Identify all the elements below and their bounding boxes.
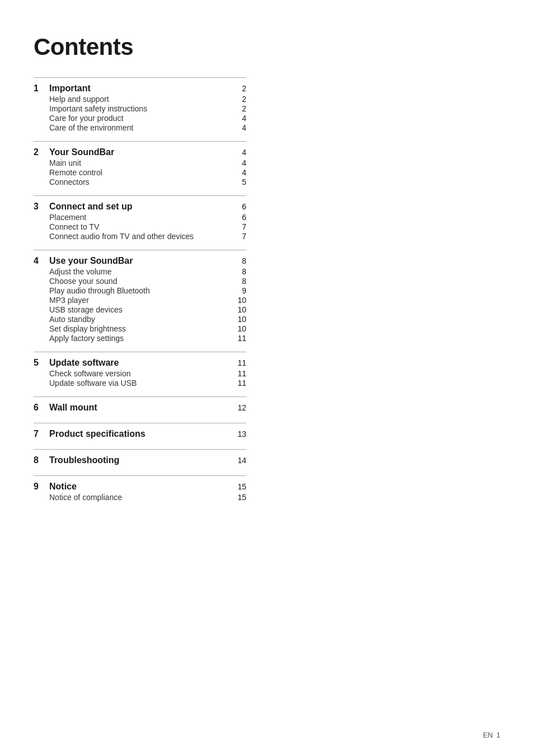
footer-page-number: 1 bbox=[496, 731, 500, 739]
toc-main-left-8: 8Troubleshooting bbox=[34, 455, 119, 465]
toc-sub-title-5-0: Check software version bbox=[49, 369, 131, 378]
toc-sub-title-4-5: Auto standby bbox=[49, 315, 95, 324]
toc-sub-title-4-2: Play audio through Bluetooth bbox=[49, 286, 150, 295]
toc-sub-row-2-1: Remote control4 bbox=[34, 168, 246, 177]
toc-main-row-9: 9Notice15 bbox=[34, 482, 246, 492]
page: Contents 1Important2Help and support2Imp… bbox=[0, 0, 534, 756]
toc-sub-row-4-3: MP3 player10 bbox=[34, 296, 246, 305]
footer-lang: EN bbox=[483, 731, 493, 739]
toc-sub-row-3-1: Connect to TV7 bbox=[34, 222, 246, 231]
toc-title-9: Notice bbox=[49, 482, 77, 492]
toc-number-6: 6 bbox=[34, 403, 43, 413]
toc-title-6: Wall mount bbox=[49, 403, 97, 413]
page-title: Contents bbox=[34, 34, 489, 60]
toc-main-left-7: 7Product specifications bbox=[34, 429, 146, 439]
toc-main-left-6: 6Wall mount bbox=[34, 403, 97, 413]
toc-section-4: 4Use your SoundBar8Adjust the volume8Cho… bbox=[34, 250, 246, 352]
toc-main-left-1: 1Important bbox=[34, 83, 91, 94]
toc-number-8: 8 bbox=[34, 455, 43, 465]
toc-sub-page-4-4: 10 bbox=[235, 305, 246, 314]
toc-sub-title-9-0: Notice of compliance bbox=[49, 493, 122, 502]
toc-sub-row-4-5: Auto standby10 bbox=[34, 315, 246, 324]
toc-sub-title-3-1: Connect to TV bbox=[49, 222, 99, 231]
toc-page-9: 15 bbox=[235, 482, 246, 491]
toc-sub-page-4-1: 8 bbox=[235, 277, 246, 286]
toc-title-2: Your SoundBar bbox=[49, 147, 114, 157]
page-footer: EN 1 bbox=[483, 731, 500, 739]
toc-main-row-5: 5Update software11 bbox=[34, 358, 246, 368]
toc-sub-title-4-4: USB storage devices bbox=[49, 305, 123, 314]
toc-section-5: 5Update software11Check software version… bbox=[34, 352, 246, 396]
toc-sub-page-1-3: 4 bbox=[235, 123, 246, 132]
toc-sub-row-4-4: USB storage devices10 bbox=[34, 305, 246, 314]
toc-page-1: 2 bbox=[235, 84, 246, 93]
toc-sub-row-1-3: Care of the environment4 bbox=[34, 123, 246, 132]
toc-main-left-9: 9Notice bbox=[34, 482, 77, 492]
toc-sub-page-5-1: 11 bbox=[235, 379, 246, 388]
toc-sub-page-3-0: 6 bbox=[235, 213, 246, 222]
toc-sub-title-2-2: Connectors bbox=[49, 178, 90, 186]
toc-number-2: 2 bbox=[34, 147, 43, 157]
toc-section-8: 8Troubleshooting14 bbox=[34, 449, 246, 475]
toc-sub-row-1-1: Important safety instructions2 bbox=[34, 104, 246, 113]
toc-section-9: 9Notice15Notice of compliance15 bbox=[34, 475, 246, 507]
toc-title-4: Use your SoundBar bbox=[49, 256, 133, 266]
toc-number-3: 3 bbox=[34, 202, 43, 212]
toc-sub-page-9-0: 15 bbox=[235, 493, 246, 502]
toc-sub-title-4-6: Set display brightness bbox=[49, 324, 126, 333]
toc-sub-page-1-0: 2 bbox=[235, 95, 246, 104]
toc-main-row-4: 4Use your SoundBar8 bbox=[34, 256, 246, 266]
toc-sub-title-4-7: Apply factory settings bbox=[49, 334, 124, 343]
toc-title-8: Troubleshooting bbox=[49, 455, 119, 465]
toc-sub-title-3-2: Connect audio from TV and other devices bbox=[49, 232, 194, 241]
toc-page-5: 11 bbox=[235, 358, 246, 367]
toc-sub-title-1-0: Help and support bbox=[49, 95, 109, 104]
toc-main-left-3: 3Connect and set up bbox=[34, 202, 132, 212]
toc-main-row-2: 2Your SoundBar4 bbox=[34, 147, 246, 157]
toc-section-6: 6Wall mount12 bbox=[34, 396, 246, 423]
toc-page-2: 4 bbox=[235, 148, 246, 157]
toc-main-row-6: 6Wall mount12 bbox=[34, 403, 246, 413]
toc-title-1: Important bbox=[49, 83, 91, 94]
toc-sub-page-1-1: 2 bbox=[235, 104, 246, 113]
toc-sub-title-4-3: MP3 player bbox=[49, 296, 89, 305]
toc-number-7: 7 bbox=[34, 429, 43, 439]
toc-main-row-8: 8Troubleshooting14 bbox=[34, 455, 246, 465]
toc-section-7: 7Product specifications13 bbox=[34, 423, 246, 449]
toc-number-9: 9 bbox=[34, 482, 43, 492]
toc-sub-page-4-3: 10 bbox=[235, 296, 246, 305]
toc-sub-page-4-5: 10 bbox=[235, 315, 246, 324]
toc-page-4: 8 bbox=[235, 256, 246, 265]
toc-page-7: 13 bbox=[235, 430, 246, 438]
toc-page-6: 12 bbox=[235, 403, 246, 412]
toc-page-3: 6 bbox=[235, 202, 246, 211]
toc-sub-title-1-1: Important safety instructions bbox=[49, 104, 147, 113]
toc-sub-title-2-0: Main unit bbox=[49, 158, 81, 167]
toc-number-1: 1 bbox=[34, 83, 43, 94]
toc-title-5: Update software bbox=[49, 358, 119, 368]
toc-sub-page-4-6: 10 bbox=[235, 324, 246, 333]
toc-sub-page-4-7: 11 bbox=[235, 334, 246, 343]
toc-sub-row-3-0: Placement6 bbox=[34, 213, 246, 222]
toc-sub-row-4-1: Choose your sound8 bbox=[34, 277, 246, 286]
toc-sub-row-4-6: Set display brightness10 bbox=[34, 324, 246, 333]
toc-title-3: Connect and set up bbox=[49, 202, 132, 212]
toc-section-2: 2Your SoundBar4Main unit4Remote control4… bbox=[34, 141, 246, 195]
toc-main-left-5: 5Update software bbox=[34, 358, 119, 368]
toc-container: 1Important2Help and support2Important sa… bbox=[34, 77, 246, 507]
toc-sub-title-4-1: Choose your sound bbox=[49, 277, 117, 286]
toc-sub-row-2-2: Connectors5 bbox=[34, 178, 246, 186]
toc-sub-row-2-0: Main unit4 bbox=[34, 158, 246, 167]
toc-sub-row-4-0: Adjust the volume8 bbox=[34, 267, 246, 276]
toc-sub-title-3-0: Placement bbox=[49, 213, 86, 222]
toc-sub-row-3-2: Connect audio from TV and other devices7 bbox=[34, 232, 246, 241]
toc-sub-page-2-2: 5 bbox=[235, 178, 246, 186]
toc-section-3: 3Connect and set up6Placement6Connect to… bbox=[34, 195, 246, 250]
toc-page-8: 14 bbox=[235, 456, 246, 465]
toc-sub-title-5-1: Update software via USB bbox=[49, 379, 137, 388]
toc-sub-page-5-0: 11 bbox=[235, 369, 246, 378]
toc-sub-row-1-0: Help and support2 bbox=[34, 95, 246, 104]
toc-main-row-3: 3Connect and set up6 bbox=[34, 202, 246, 212]
toc-main-row-1: 1Important2 bbox=[34, 83, 246, 94]
toc-sub-row-5-0: Check software version11 bbox=[34, 369, 246, 378]
